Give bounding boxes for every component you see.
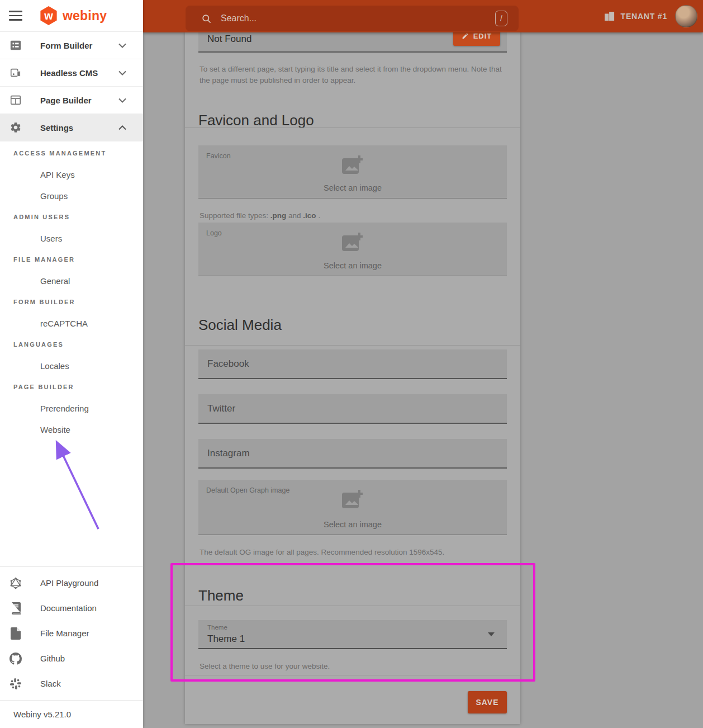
sidebar-utility-section: API Playground Documentation File Manage… (0, 566, 143, 728)
search-placeholder: Search... (221, 13, 495, 23)
section-title-theme: Theme (198, 587, 244, 604)
sidebar-item-documentation[interactable]: Documentation (0, 595, 143, 621)
favicon-upload[interactable]: Favicon Select an image (198, 145, 507, 198)
slack-icon (9, 677, 22, 691)
section-title-social-media: Social Media (198, 316, 282, 334)
utility-item-label: File Manager (40, 628, 89, 638)
chevron-down-icon (118, 70, 126, 75)
hamburger-menu-icon[interactable] (9, 11, 22, 21)
submenu-item-recaptcha[interactable]: reCAPTCHA (0, 313, 143, 334)
facebook-input-label: Facebook (207, 358, 249, 370)
submenu-section-form-builder: FORM BUILDER (0, 291, 143, 313)
settings-submenu: ACCESS MANAGEMENT API Keys Groups ADMIN … (0, 141, 143, 440)
homepage-input-value: Not Found (207, 34, 251, 45)
submenu-item-website[interactable]: Website (0, 419, 143, 440)
chevron-up-icon (118, 125, 126, 130)
favicon-upload-label: Favicon (206, 152, 231, 160)
image-plus-icon (341, 231, 364, 255)
edit-button-label: EDIT (473, 32, 492, 40)
submenu-section-page-builder: PAGE BUILDER (0, 376, 143, 398)
building-icon (604, 11, 615, 21)
divider (185, 127, 520, 128)
file-icon (9, 627, 22, 640)
divider (185, 345, 520, 346)
homepage-helper-text: To set a different page, start typing it… (200, 64, 506, 87)
theme-select-label: Theme (207, 624, 227, 631)
tenant-label: TENANT #1 (621, 12, 667, 21)
edit-button[interactable]: EDIT (453, 32, 500, 46)
instagram-input-label: Instagram (207, 448, 250, 459)
caret-down-icon (488, 632, 495, 636)
utility-item-label: API Playground (40, 578, 98, 588)
sidebar-item-settings[interactable]: Settings (0, 114, 143, 141)
chevron-down-icon (118, 98, 126, 103)
section-title-favicon-logo: Favicon and Logo (198, 112, 314, 129)
submenu-item-locales[interactable]: Locales (0, 355, 143, 376)
sidebar-item-github[interactable]: Github (0, 646, 143, 671)
search-icon (201, 13, 212, 24)
webiny-logo[interactable]: w webiny (39, 6, 107, 25)
main-content: Not Found EDIT To set a different page, … (143, 32, 703, 728)
logo-upload-label: Logo (206, 229, 222, 237)
instagram-input[interactable]: Instagram (198, 439, 507, 469)
search-input[interactable]: Search... / (186, 6, 519, 31)
divider (185, 606, 520, 606)
search-shortcut-badge: / (495, 11, 507, 26)
theme-select-value: Theme 1 (207, 634, 245, 645)
book-icon (9, 602, 22, 615)
submenu-item-general[interactable]: General (0, 270, 143, 291)
page-builder-icon (9, 93, 22, 107)
github-icon (9, 652, 22, 665)
webiny-logo-text: webiny (63, 8, 107, 23)
sidebar: w webiny Form Builder Headless CMS (0, 0, 143, 728)
headless-cms-icon (9, 66, 22, 79)
webiny-logo-icon: w (39, 6, 58, 25)
graphql-icon (9, 576, 22, 590)
utility-item-label: Documentation (40, 603, 97, 613)
image-plus-icon (341, 489, 364, 512)
logo-upload[interactable]: Logo Select an image (198, 223, 507, 276)
pencil-icon (462, 32, 469, 40)
og-image-upload[interactable]: Default Open Graph image Select an image (198, 480, 507, 535)
sidebar-item-page-builder[interactable]: Page Builder (0, 87, 143, 114)
facebook-input[interactable]: Facebook (198, 349, 507, 379)
theme-select[interactable]: Theme Theme 1 (198, 620, 507, 649)
app-version: Webiny v5.21.0 (0, 700, 143, 728)
divider (185, 675, 520, 675)
og-image-upload-action: Select an image (198, 520, 507, 529)
submenu-item-prerendering[interactable]: Prerendering (0, 398, 143, 419)
submenu-item-users[interactable]: Users (0, 228, 143, 249)
favicon-upload-action: Select an image (198, 183, 507, 192)
submenu-section-access-management: ACCESS MANAGEMENT (0, 143, 143, 164)
sidebar-item-label: Headless CMS (40, 68, 118, 78)
sidebar-item-form-builder[interactable]: Form Builder (0, 32, 143, 59)
save-button-label: SAVE (476, 698, 498, 707)
sidebar-item-api-playground[interactable]: API Playground (0, 570, 143, 595)
avatar[interactable] (675, 5, 697, 27)
save-button[interactable]: SAVE (468, 691, 507, 713)
theme-helper-text: Select a theme to use for your website. (200, 661, 330, 673)
sidebar-item-label: Page Builder (40, 96, 118, 105)
sidebar-item-label: Form Builder (40, 41, 118, 50)
utility-item-label: Slack (40, 679, 61, 688)
sidebar-logo-row: w webiny (0, 0, 143, 32)
tenant-selector[interactable]: TENANT #1 (604, 0, 667, 32)
sidebar-item-file-manager[interactable]: File Manager (0, 621, 143, 646)
og-helper-text: The default OG image for all pages. Reco… (200, 547, 444, 559)
utility-item-label: Github (40, 654, 65, 663)
og-image-upload-label: Default Open Graph image (206, 486, 289, 494)
submenu-item-groups[interactable]: Groups (0, 185, 143, 206)
image-plus-icon (341, 154, 364, 178)
twitter-input[interactable]: Twitter (198, 394, 507, 424)
sidebar-item-slack[interactable]: Slack (0, 671, 143, 696)
webiny-admin-app: w webiny Form Builder Headless CMS (0, 0, 703, 728)
submenu-item-api-keys[interactable]: API Keys (0, 164, 143, 185)
top-bar: Search... / TENANT #1 (143, 0, 703, 32)
twitter-input-label: Twitter (207, 403, 235, 414)
sidebar-item-headless-cms[interactable]: Headless CMS (0, 59, 143, 87)
form-builder-icon (9, 39, 22, 52)
submenu-section-admin-users: ADMIN USERS (0, 206, 143, 228)
sidebar-item-label: Settings (40, 123, 118, 133)
logo-upload-action: Select an image (198, 261, 507, 270)
website-settings-card: Not Found EDIT To set a different page, … (185, 32, 520, 724)
